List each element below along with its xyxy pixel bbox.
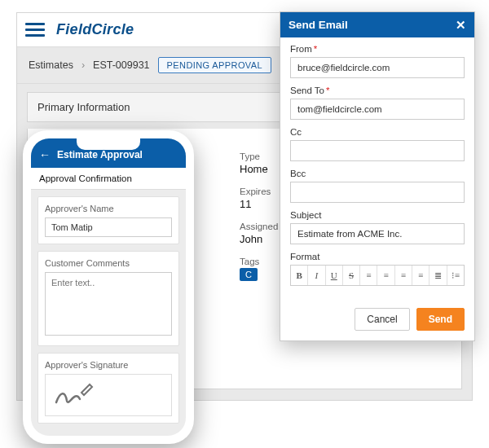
unordered-list-button[interactable]: ⁝≡ [447,266,464,285]
close-icon[interactable]: ✕ [456,19,466,31]
align-left-button[interactable]: ≡ [360,266,377,285]
cc-label: Cc [290,127,465,137]
bold-button[interactable]: B [291,266,308,285]
approver-label: Approver's Name [45,204,172,213]
from-label: From* [290,44,465,54]
chevron-right-icon: › [82,59,85,71]
modal-header: Send Email ✕ [280,12,474,37]
format-label: Format [290,252,465,261]
breadcrumb-current: EST-009931 [93,59,150,71]
italic-button[interactable]: I [308,266,325,285]
subject-input[interactable] [290,223,465,244]
underline-button[interactable]: U [326,266,343,285]
phone-subheader: Approval Confirmation [31,168,186,190]
from-input[interactable] [290,57,465,78]
subject-label: Subject [290,210,465,220]
bcc-input[interactable] [290,182,465,203]
align-justify-button[interactable]: ≡ [412,266,430,285]
comments-label: Customer Comments [45,258,172,268]
modal-title: Send Email [289,19,348,31]
modal-footer: Cancel Send [280,301,474,340]
comments-card: Customer Comments [37,251,179,346]
approver-input[interactable] [45,217,172,237]
cancel-button[interactable]: Cancel [355,308,409,331]
signature-label: Approver's Signature [45,360,172,370]
app-logo: FieldCircle [56,21,134,38]
phone-notch [77,138,140,150]
breadcrumb-root[interactable]: Estimates [29,59,73,71]
signature-pad[interactable] [45,374,172,416]
phone-mockup: ← Estimate Approval Approval Confirmatio… [23,130,194,444]
phone-screen: ← Estimate Approval Approval Confirmatio… [31,138,186,436]
to-label: Send To* [290,86,465,95]
tag-chip[interactable]: C [240,268,258,281]
cc-input[interactable] [290,140,465,161]
signature-icon [54,383,95,407]
send-email-modal: Send Email ✕ From* Send To* Cc Bcc Subje… [280,11,475,341]
format-toolbar: B I U S ≡ ≡ ≡ ≡ ≣ ⁝≡ [290,265,465,286]
send-button[interactable]: Send [416,308,465,331]
ordered-list-button[interactable]: ≣ [430,266,447,285]
bcc-label: Bcc [290,169,465,178]
strike-button[interactable]: S [343,266,360,285]
back-arrow-icon[interactable]: ← [39,148,51,161]
comments-textarea[interactable] [45,272,172,336]
align-center-button[interactable]: ≡ [377,266,394,285]
to-input[interactable] [290,99,465,120]
status-badge: PENDING APPROVAL [158,57,271,73]
signature-card: Approver's Signature [37,353,179,424]
menu-icon[interactable] [25,20,45,40]
phone-header-title: Estimate Approval [57,149,143,160]
approver-card: Approver's Name [37,196,179,244]
align-right-button[interactable]: ≡ [395,266,412,285]
